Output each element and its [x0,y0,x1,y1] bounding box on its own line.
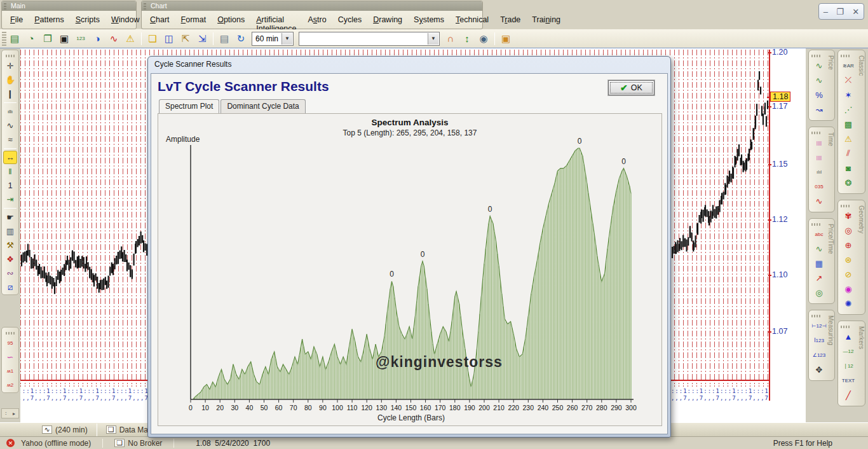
time-count-icon[interactable]: 035 [811,179,827,193]
arrow-up-icon[interactable]: ▲ [840,329,857,343]
menu-window[interactable]: Window [107,13,144,26]
menu-file[interactable]: File [6,13,27,26]
tab-dominant-cycle-data[interactable]: Dominant Cycle Data [220,99,305,113]
import-chart-icon[interactable]: ⇱ [178,32,193,46]
angle-measure-icon[interactable]: ∠123 [811,348,827,362]
ribbon-icon[interactable]: ∽ [3,350,17,364]
alert-icon[interactable]: ⚠ [123,32,138,46]
new-chart-icon[interactable]: ▤ [7,32,22,46]
dialog-titlebar[interactable]: Cycle Scanner Results [148,57,670,73]
restore-icon[interactable]: ❐ [836,7,844,17]
tab-240min[interactable]: ∿(240 min) [36,425,94,434]
time-zigzag-icon[interactable]: ∿ [811,194,827,208]
price-projection-icon[interactable]: ↝ [811,102,827,116]
ruler-icon[interactable]: ⧄ [3,280,17,294]
new-pattern-icon[interactable]: ◔ [24,32,39,46]
flower-icon[interactable]: ✾ [840,209,857,223]
volatility-icon[interactable]: ıllı [3,105,17,118]
ok-button[interactable]: ✔ OK [608,80,654,95]
time-histogram-icon[interactable]: ılıl [811,165,827,179]
warning-square-icon[interactable]: ⚠ [840,132,857,146]
sun-icon[interactable]: ⊛ [840,252,857,266]
lasso-icon[interactable]: ∾ [3,266,17,280]
refresh-icon[interactable]: ↻ [233,32,248,46]
datafeed-status[interactable]: ✕ Yahoo (offline mode) [0,439,97,448]
time-lines-icon[interactable]: |||| [811,135,827,149]
export-chart-icon[interactable]: ⇲ [194,32,210,46]
ellipse-cross-icon[interactable]: ⊕ [840,238,857,252]
tab-spectrum-plot[interactable]: Spectrum Plot [159,99,219,113]
grip[interactable] [144,3,146,11]
fan-icon[interactable]: ⋰ [840,102,857,116]
hline-12-icon[interactable]: —12 [840,344,857,358]
expand-icon[interactable]: ▸ [13,411,15,417]
zigzag-icon[interactable]: ∿ [106,32,121,46]
compass-icon[interactable]: ✥ [811,363,827,376]
pattern-box-icon[interactable]: ∿ [811,242,827,256]
print-icon[interactable]: ▤ [217,32,232,46]
grid-icon[interactable]: ▦ [811,256,827,270]
gann95-icon[interactable]: 95 [3,336,17,350]
crosshair-icon[interactable]: ✛ [3,59,17,73]
chevron-down-icon[interactable]: ▼ [281,33,292,45]
vector-icon[interactable]: ↗ [811,271,827,285]
wave2-icon[interactable]: ʍ2 [3,378,17,392]
timeframe-select[interactable]: 60 min ▼ [252,32,294,46]
spiral-icon[interactable]: ◎ [811,286,827,300]
spiral2-icon[interactable]: ◉ [840,282,857,296]
close-icon[interactable]: ✕ [852,7,859,17]
bar-split-icon[interactable]: ‖ [3,165,17,178]
wheel-icon[interactable]: ✺ [840,296,857,310]
open-folder-icon[interactable]: ❏ [145,32,160,46]
pitchfork-icon[interactable]: ≋AR [840,59,857,73]
label-icon[interactable]: abc [811,227,827,241]
time-lines2-icon[interactable]: |||| [811,150,827,164]
search-globe-icon[interactable]: ❂ [840,176,857,190]
compass-icon[interactable]: ◑ [90,32,105,46]
circles-icon[interactable]: ◎ [840,223,857,237]
duplicate-window-icon[interactable]: ❐ [40,32,55,46]
vline-12-icon[interactable]: ❘12 [840,359,857,373]
numbers-icon[interactable]: 123 [73,32,88,46]
workspace-icon[interactable]: ▣ [498,32,513,46]
eye-icon[interactable]: ◉ [476,32,491,46]
trendline-icon[interactable]: ╱ [840,388,857,402]
new-dark-window-icon[interactable]: ▣ [57,32,72,46]
menu-scripts[interactable]: Scripts [71,13,104,26]
select-icon[interactable]: ☛ [3,211,17,224]
symbol-combobox[interactable]: ▼ [299,32,440,46]
menu-patterns[interactable]: Patterns [30,13,69,26]
ellipse-arrow-icon[interactable]: ⊘ [840,267,857,281]
trash-icon[interactable]: ▥ [3,224,17,238]
pan-icon[interactable]: ✋ [3,73,17,86]
bar-merge-icon[interactable]: ⇥ [3,193,17,206]
broker-status[interactable]: ❏ No Broker [108,439,168,448]
v-measure-icon[interactable]: Ⅰ123 [811,333,827,347]
bar-cursor-icon[interactable]: ❙ [3,87,17,100]
save-icon[interactable]: ◫ [161,32,177,46]
settings-icon[interactable]: ⚒ [3,238,17,252]
text-icon[interactable]: TEXT [840,373,857,387]
minimize-icon[interactable]: – [824,7,828,17]
bar-step-icon[interactable]: 1 [3,179,17,192]
magnet-icon[interactable]: ∩ [443,32,458,46]
grip[interactable] [4,3,6,11]
wave1-icon[interactable]: ʍ1 [3,364,17,378]
scale-icon[interactable]: ↕ [459,32,475,46]
toolbar-grip[interactable] [2,32,6,46]
h-measure-icon[interactable]: ⊢12⊣ [811,319,827,333]
knot-icon[interactable]: ✶ [840,88,857,102]
dots-icon[interactable]: ∶ [5,411,6,417]
trend-down-icon[interactable]: ∿ [811,73,827,87]
spiral-square-icon[interactable]: ◙ [840,161,857,175]
cross-lines-icon[interactable]: ⤫ [840,73,857,87]
wave-icon[interactable]: ≈ [3,133,17,146]
parallel-lines-icon[interactable]: ⫽ [840,146,857,160]
chevron-down-icon[interactable]: ▼ [428,33,438,45]
pattern-icon[interactable]: ∿ [3,119,17,132]
percent-icon[interactable]: % [811,88,827,102]
bar-spacing-icon[interactable]: ↔ [3,151,17,164]
trend-up-icon[interactable]: ∿ [811,59,827,73]
hatch-square-icon[interactable]: ▩ [840,117,857,131]
car-icon[interactable]: ❖ [3,252,17,266]
